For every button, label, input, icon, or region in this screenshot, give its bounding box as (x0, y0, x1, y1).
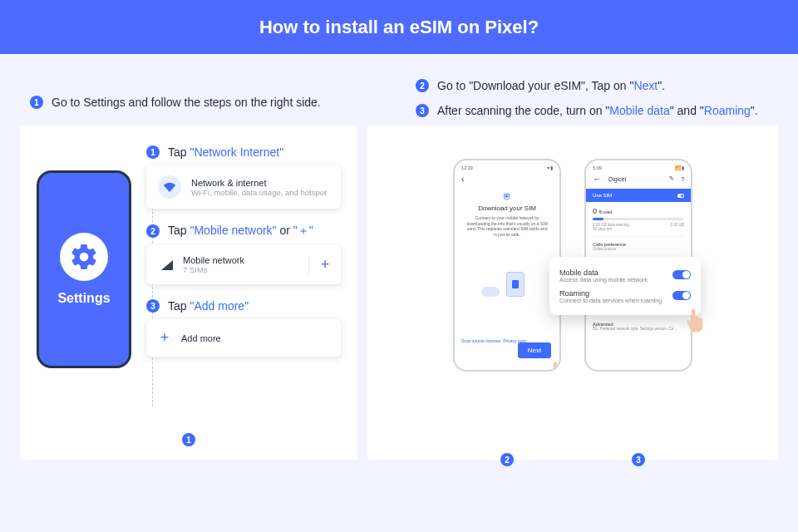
row-advanced[interactable]: Advanced5G, Preferred network type, Sett… (593, 320, 684, 336)
panel-number-badge: 1 (182, 433, 195, 446)
use-sim-row[interactable]: Use SIM (586, 189, 691, 202)
usage-amount: 0 B used (593, 207, 612, 215)
panels-row: Settings 1 Tap "Network Internet" Networ… (0, 126, 798, 460)
card-title: Mobile network (183, 255, 244, 265)
step-1: 1 Tap "Network Internet" Network & inter… (146, 145, 341, 209)
edit-icon[interactable]: ✎ (669, 175, 674, 182)
panel-screens: 12:19▾ ▮ ‹ ⛨ Download your SIM Connect t… (367, 126, 778, 460)
cursor-hand-icon (548, 358, 561, 372)
roaming-label: Roaming (559, 289, 666, 298)
instructions-row: 1 Go to Settings and follow the steps on… (0, 54, 798, 126)
instruction-text: Go to Settings and follow the steps on t… (52, 96, 321, 109)
usage-block: 0 B used 2.00 GB data warning 30 days le… (593, 202, 684, 236)
step-label: Tap "Network Internet" (168, 145, 283, 159)
card-subtitle: 7 SIMs (183, 265, 244, 274)
instruction-1: 1 Go to Settings and follow the steps on… (30, 96, 382, 109)
svg-point-0 (553, 360, 558, 365)
card-mobile-network[interactable]: Mobile network 7 SIMs + (146, 245, 341, 284)
mobile-data-sub: Access data using mobile network (559, 277, 666, 283)
page-header: How to install an eSIM on Pixel? (0, 0, 798, 54)
card-title: Network & internet (191, 178, 327, 188)
panel-number-badge: 3 (632, 453, 645, 466)
row-roaming[interactable]: Roaming Connect to data services when ro… (559, 286, 691, 307)
status-icons: 📶 ▮ (675, 165, 685, 170)
sim-illustration (478, 267, 536, 305)
row-calls-pref[interactable]: Calls preferenceChina Unicom (593, 236, 684, 256)
steps-column: 1 Tap "Network Internet" Network & inter… (146, 145, 341, 440)
phone-settings-label: Settings (57, 291, 110, 306)
status-time: 5:09 (593, 165, 602, 170)
carrier-name: Digicel (608, 176, 626, 182)
download-desc: Connect to your mobile network by downlo… (461, 215, 553, 237)
step-badge: 3 (146, 299, 160, 313)
step-label: Tap "Add more" (168, 299, 249, 313)
panel-settings-steps: Settings 1 Tap "Network Internet" Networ… (20, 126, 357, 460)
legal-links[interactable]: Scan source licenses. Privacy polic (461, 338, 526, 343)
group-carrier: 5:09📶 ▮ ←Digicel✎? Use SIM 0 B used 2.00… (584, 159, 692, 440)
step-badge: 1 (146, 145, 160, 159)
instruction-3: 3 After scanning the code, turn on "Mobi… (416, 104, 768, 117)
status-time: 12:19 (461, 165, 473, 170)
card-add-more[interactable]: + Add more (146, 319, 341, 357)
step-badge: 2 (146, 224, 160, 238)
overlay-toggles: Mobile data Access data using mobile net… (549, 257, 701, 315)
usage-limit: 2.00 GB (671, 223, 685, 231)
step-badge: 2 (416, 79, 429, 92)
instruction-text: Go to "Download your eSIM", Tap on "Next… (437, 79, 665, 92)
panel-number-badge: 2 (500, 453, 514, 466)
phone-download-sim: 12:19▾ ▮ ‹ ⛨ Download your SIM Connect t… (453, 159, 561, 372)
signal-icon (161, 260, 173, 270)
roaming-sub: Connect to data services when roaming (559, 298, 666, 303)
card-network-internet[interactable]: Network & internet Wi-Fi, mobile, data u… (146, 165, 341, 209)
cloud-icon (481, 287, 500, 297)
toggle-on-icon[interactable] (677, 194, 684, 198)
shield-icon: ⛨ (461, 192, 553, 201)
wifi-icon (158, 175, 181, 199)
instruction-text: After scanning the code, turn on "Mobile… (437, 104, 758, 117)
back-icon[interactable]: ‹ (461, 174, 553, 184)
step-3: 3 Tap "Add more" + Add more (146, 299, 341, 357)
back-icon[interactable]: ← (593, 174, 602, 184)
mobile-data-label: Mobile data (559, 268, 666, 277)
step-label: Tap "Mobile network" or "＋" (168, 224, 313, 239)
card-title: Add more (181, 333, 221, 343)
plus-icon: + (158, 329, 171, 347)
status-icons: ▾ ▮ (547, 165, 554, 170)
page-title: How to install an eSIM on Pixel? (259, 17, 539, 38)
step-2: 2 Tap "Mobile network" or "＋" Mobile net… (146, 224, 341, 284)
step-badge: 1 (30, 96, 43, 109)
download-title: Download your SIM (461, 204, 553, 212)
card-subtitle: Wi-Fi, mobile, data usage, and hotspot (191, 188, 327, 197)
help-icon[interactable]: ? (681, 176, 684, 182)
instruction-2: 2 Go to "Download your eSIM", Tap on "Ne… (416, 79, 768, 92)
sim-icon (506, 272, 525, 297)
toggle-mobile-data[interactable] (672, 270, 691, 279)
usage-bar (593, 218, 684, 220)
plus-icon[interactable]: + (308, 256, 330, 273)
next-button[interactable]: Next (518, 342, 551, 358)
gear-icon (60, 233, 108, 281)
row-mobile-data[interactable]: Mobile data Access data using mobile net… (559, 265, 691, 286)
toggle-roaming[interactable] (672, 291, 691, 300)
step-badge: 3 (416, 104, 429, 117)
use-sim-label: Use SIM (593, 193, 612, 198)
group-download: 12:19▾ ▮ ‹ ⛨ Download your SIM Connect t… (453, 159, 561, 440)
usage-days: 30 days left (593, 227, 629, 231)
phone-settings-mock: Settings (37, 170, 131, 368)
